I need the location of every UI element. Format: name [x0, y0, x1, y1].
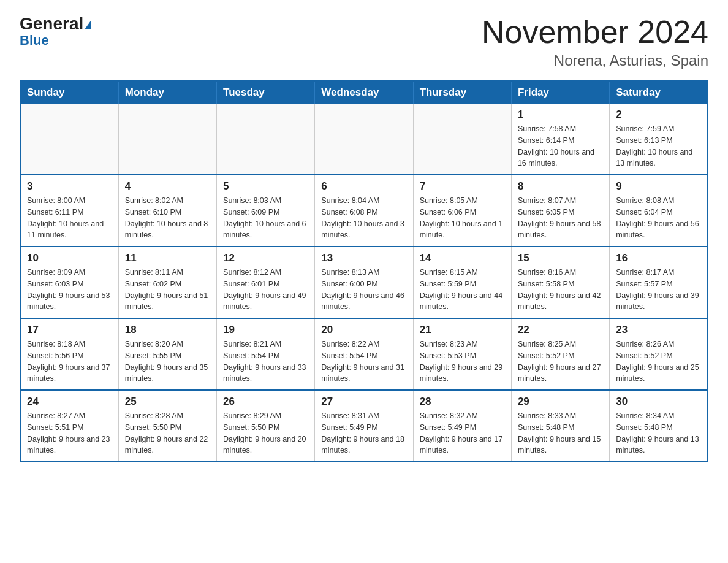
calendar-cell: 15Sunrise: 8:16 AM Sunset: 5:58 PM Dayli… — [511, 247, 609, 318]
calendar-cell: 23Sunrise: 8:26 AM Sunset: 5:52 PM Dayli… — [610, 318, 708, 390]
calendar-cell — [217, 104, 315, 175]
day-info: Sunrise: 8:08 AM Sunset: 6:04 PM Dayligh… — [616, 195, 701, 241]
calendar-table: SundayMondayTuesdayWednesdayThursdayFrid… — [20, 80, 708, 462]
calendar-cell — [20, 104, 118, 175]
weekday-header-monday: Monday — [118, 81, 216, 104]
day-number: 23 — [616, 324, 701, 336]
day-info: Sunrise: 8:27 AM Sunset: 5:51 PM Dayligh… — [27, 410, 112, 456]
weekday-header-saturday: Saturday — [610, 81, 708, 104]
day-number: 11 — [125, 252, 210, 264]
logo-blue: Blue — [20, 33, 49, 48]
calendar-cell: 17Sunrise: 8:18 AM Sunset: 5:56 PM Dayli… — [20, 318, 118, 390]
title-area: November 2024 Norena, Asturias, Spain — [482, 15, 708, 69]
day-info: Sunrise: 8:29 AM Sunset: 5:50 PM Dayligh… — [223, 410, 308, 456]
day-info: Sunrise: 8:23 AM Sunset: 5:53 PM Dayligh… — [420, 339, 505, 385]
calendar-week-4: 17Sunrise: 8:18 AM Sunset: 5:56 PM Dayli… — [20, 318, 708, 390]
day-number: 26 — [223, 396, 308, 408]
calendar-cell: 1Sunrise: 7:58 AM Sunset: 6:14 PM Daylig… — [511, 104, 609, 175]
calendar-cell: 19Sunrise: 8:21 AM Sunset: 5:54 PM Dayli… — [217, 318, 315, 390]
calendar-cell: 3Sunrise: 8:00 AM Sunset: 6:11 PM Daylig… — [20, 175, 118, 247]
day-number: 9 — [616, 180, 701, 193]
day-number: 25 — [125, 396, 210, 408]
calendar-week-2: 3Sunrise: 8:00 AM Sunset: 6:11 PM Daylig… — [20, 175, 708, 247]
calendar-cell: 4Sunrise: 8:02 AM Sunset: 6:10 PM Daylig… — [118, 175, 216, 247]
day-number: 13 — [321, 252, 406, 264]
calendar-week-1: 1Sunrise: 7:58 AM Sunset: 6:14 PM Daylig… — [20, 104, 708, 175]
day-info: Sunrise: 8:13 AM Sunset: 6:00 PM Dayligh… — [321, 267, 406, 313]
calendar-cell: 27Sunrise: 8:31 AM Sunset: 5:49 PM Dayli… — [315, 390, 413, 462]
day-number: 6 — [321, 180, 406, 193]
calendar-cell: 11Sunrise: 8:11 AM Sunset: 6:02 PM Dayli… — [118, 247, 216, 318]
calendar-cell: 13Sunrise: 8:13 AM Sunset: 6:00 PM Dayli… — [315, 247, 413, 318]
day-number: 28 — [420, 396, 505, 408]
calendar-cell: 9Sunrise: 8:08 AM Sunset: 6:04 PM Daylig… — [610, 175, 708, 247]
day-info: Sunrise: 8:32 AM Sunset: 5:49 PM Dayligh… — [420, 410, 505, 456]
location-subtitle: Norena, Asturias, Spain — [482, 52, 708, 69]
calendar-cell — [118, 104, 216, 175]
page-header: General Blue November 2024 Norena, Astur… — [20, 15, 708, 69]
day-info: Sunrise: 8:28 AM Sunset: 5:50 PM Dayligh… — [125, 410, 210, 456]
day-info: Sunrise: 8:09 AM Sunset: 6:03 PM Dayligh… — [27, 267, 112, 313]
day-number: 4 — [125, 180, 210, 193]
day-info: Sunrise: 8:07 AM Sunset: 6:05 PM Dayligh… — [518, 195, 603, 241]
day-info: Sunrise: 8:17 AM Sunset: 5:57 PM Dayligh… — [616, 267, 701, 313]
calendar-cell: 20Sunrise: 8:22 AM Sunset: 5:54 PM Dayli… — [315, 318, 413, 390]
weekday-header-wednesday: Wednesday — [315, 81, 413, 104]
day-info: Sunrise: 8:02 AM Sunset: 6:10 PM Dayligh… — [125, 195, 210, 241]
calendar-cell: 8Sunrise: 8:07 AM Sunset: 6:05 PM Daylig… — [511, 175, 609, 247]
calendar-cell: 22Sunrise: 8:25 AM Sunset: 5:52 PM Dayli… — [511, 318, 609, 390]
day-info: Sunrise: 8:04 AM Sunset: 6:08 PM Dayligh… — [321, 195, 406, 241]
day-number: 27 — [321, 396, 406, 408]
day-info: Sunrise: 8:26 AM Sunset: 5:52 PM Dayligh… — [616, 339, 701, 385]
day-number: 8 — [518, 180, 603, 193]
calendar-cell: 30Sunrise: 8:34 AM Sunset: 5:48 PM Dayli… — [610, 390, 708, 462]
calendar-cell: 5Sunrise: 8:03 AM Sunset: 6:09 PM Daylig… — [217, 175, 315, 247]
calendar-cell: 6Sunrise: 8:04 AM Sunset: 6:08 PM Daylig… — [315, 175, 413, 247]
day-number: 10 — [27, 252, 112, 264]
day-info: Sunrise: 8:16 AM Sunset: 5:58 PM Dayligh… — [518, 267, 603, 313]
day-info: Sunrise: 8:05 AM Sunset: 6:06 PM Dayligh… — [420, 195, 505, 241]
day-number: 20 — [321, 324, 406, 336]
day-number: 2 — [616, 109, 701, 121]
calendar-cell: 28Sunrise: 8:32 AM Sunset: 5:49 PM Dayli… — [413, 390, 511, 462]
day-info: Sunrise: 8:15 AM Sunset: 5:59 PM Dayligh… — [420, 267, 505, 313]
calendar-cell: 25Sunrise: 8:28 AM Sunset: 5:50 PM Dayli… — [118, 390, 216, 462]
day-number: 29 — [518, 396, 603, 408]
day-info: Sunrise: 8:18 AM Sunset: 5:56 PM Dayligh… — [27, 339, 112, 385]
day-info: Sunrise: 8:22 AM Sunset: 5:54 PM Dayligh… — [321, 339, 406, 385]
calendar-cell: 24Sunrise: 8:27 AM Sunset: 5:51 PM Dayli… — [20, 390, 118, 462]
day-number: 19 — [223, 324, 308, 336]
calendar-cell: 18Sunrise: 8:20 AM Sunset: 5:55 PM Dayli… — [118, 318, 216, 390]
day-info: Sunrise: 8:20 AM Sunset: 5:55 PM Dayligh… — [125, 339, 210, 385]
calendar-week-3: 10Sunrise: 8:09 AM Sunset: 6:03 PM Dayli… — [20, 247, 708, 318]
day-info: Sunrise: 7:59 AM Sunset: 6:13 PM Dayligh… — [616, 123, 701, 169]
logo: General Blue — [20, 15, 91, 48]
page-title: November 2024 — [482, 15, 708, 50]
day-number: 3 — [27, 180, 112, 193]
weekday-header-tuesday: Tuesday — [217, 81, 315, 104]
calendar-cell: 10Sunrise: 8:09 AM Sunset: 6:03 PM Dayli… — [20, 247, 118, 318]
calendar-cell — [315, 104, 413, 175]
calendar-cell: 21Sunrise: 8:23 AM Sunset: 5:53 PM Dayli… — [413, 318, 511, 390]
day-info: Sunrise: 8:25 AM Sunset: 5:52 PM Dayligh… — [518, 339, 603, 385]
day-number: 5 — [223, 180, 308, 193]
day-info: Sunrise: 8:21 AM Sunset: 5:54 PM Dayligh… — [223, 339, 308, 385]
calendar-cell: 12Sunrise: 8:12 AM Sunset: 6:01 PM Dayli… — [217, 247, 315, 318]
day-info: Sunrise: 8:00 AM Sunset: 6:11 PM Dayligh… — [27, 195, 112, 241]
day-info: Sunrise: 8:12 AM Sunset: 6:01 PM Dayligh… — [223, 267, 308, 313]
weekday-header-friday: Friday — [511, 81, 609, 104]
calendar-cell: 29Sunrise: 8:33 AM Sunset: 5:48 PM Dayli… — [511, 390, 609, 462]
calendar-week-5: 24Sunrise: 8:27 AM Sunset: 5:51 PM Dayli… — [20, 390, 708, 462]
day-number: 30 — [616, 396, 701, 408]
day-number: 12 — [223, 252, 308, 264]
calendar-cell: 7Sunrise: 8:05 AM Sunset: 6:06 PM Daylig… — [413, 175, 511, 247]
weekday-header-sunday: Sunday — [20, 81, 118, 104]
day-number: 16 — [616, 252, 701, 264]
calendar-cell: 16Sunrise: 8:17 AM Sunset: 5:57 PM Dayli… — [610, 247, 708, 318]
day-number: 14 — [420, 252, 505, 264]
day-number: 21 — [420, 324, 505, 336]
calendar-cell: 14Sunrise: 8:15 AM Sunset: 5:59 PM Dayli… — [413, 247, 511, 318]
day-number: 15 — [518, 252, 603, 264]
day-info: Sunrise: 7:58 AM Sunset: 6:14 PM Dayligh… — [518, 123, 603, 169]
weekday-header-thursday: Thursday — [413, 81, 511, 104]
